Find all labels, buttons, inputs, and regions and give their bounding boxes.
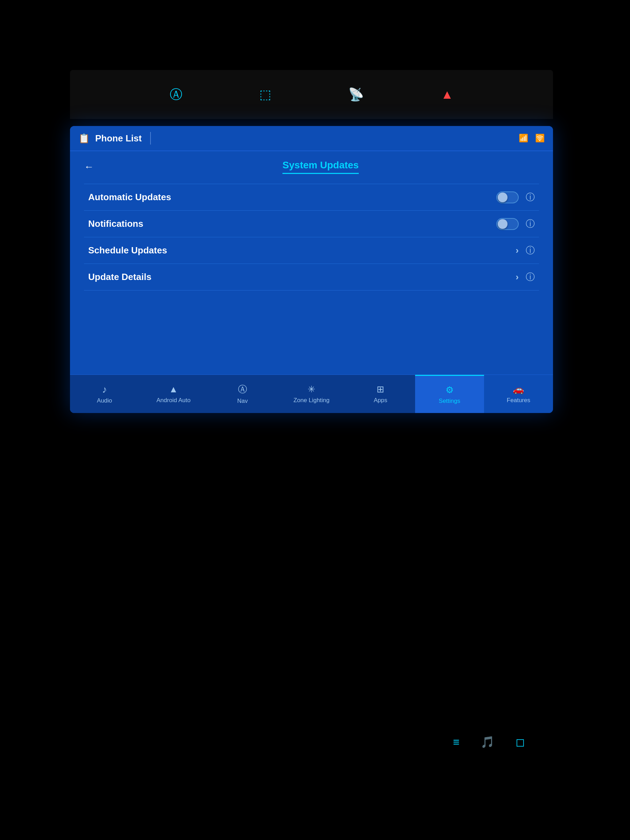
apps-icon: ⊞ xyxy=(377,384,384,395)
android-auto-label: Android Auto xyxy=(156,397,190,404)
infotainment-screen: 📋 Phone List 📶 🛜 ← System Updates xyxy=(70,126,553,413)
notifications-info-icon[interactable]: ⓘ xyxy=(526,218,535,230)
schedule-updates-controls: › ⓘ xyxy=(516,244,535,257)
automatic-updates-label: Automatic Updates xyxy=(88,192,171,203)
nav-map-icon: Ⓐ xyxy=(238,383,247,395)
wifi-icon: 🛜 xyxy=(535,134,545,143)
nav-item-zone-lighting[interactable]: ✳ Zone Lighting xyxy=(277,375,346,413)
nav-item-settings[interactable]: ⚙ Settings xyxy=(415,375,484,413)
update-details-label: Update Details xyxy=(88,272,152,283)
notifications-toggle-knob xyxy=(498,219,507,229)
audio-icon: ♪ xyxy=(102,384,107,395)
content-spacer xyxy=(70,299,553,374)
audio-label: Audio xyxy=(97,397,112,404)
page-title-wrap: System Updates xyxy=(102,159,539,174)
settings-label: Settings xyxy=(439,398,460,404)
signal-strength-icon: 📶 xyxy=(519,134,528,143)
android-auto-icon: ▲ xyxy=(169,384,178,395)
update-details-info-icon[interactable]: ⓘ xyxy=(526,271,535,283)
notifications-controls: ⓘ xyxy=(496,218,535,230)
content-area: ← System Updates Automatic Updates ⓘ xyxy=(70,151,553,299)
notifications-toggle[interactable] xyxy=(496,218,519,230)
notifications-row[interactable]: Notifications ⓘ xyxy=(84,211,539,237)
apps-label: Apps xyxy=(374,397,387,404)
page-header: ← System Updates xyxy=(84,159,539,174)
nav-item-audio[interactable]: ♪ Audio xyxy=(70,375,139,413)
zone-lighting-label: Zone Lighting xyxy=(293,397,329,404)
automatic-updates-info-icon[interactable]: ⓘ xyxy=(526,191,535,203)
update-details-chevron-icon: › xyxy=(516,272,519,283)
nav-item-android-auto[interactable]: ▲ Android Auto xyxy=(139,375,208,413)
bottom-physical-controls: ≡ 🎵 ◻ xyxy=(70,707,553,777)
nav-label: Nav xyxy=(237,398,248,404)
settings-icon: ⚙ xyxy=(445,385,453,395)
update-details-controls: › ⓘ xyxy=(516,271,535,283)
features-icon: 🚗 xyxy=(513,384,524,395)
automatic-updates-controls: ⓘ xyxy=(496,191,535,203)
automatic-updates-row[interactable]: Automatic Updates ⓘ xyxy=(84,184,539,211)
schedule-updates-info-icon[interactable]: ⓘ xyxy=(526,244,535,257)
eq-icon: ≡ xyxy=(453,736,459,748)
music-icon: 🎵 xyxy=(480,735,494,748)
broadcast-icon: 📡 xyxy=(348,87,364,102)
automatic-updates-toggle-knob xyxy=(498,193,507,202)
bottom-navigation: ♪ Audio ▲ Android Auto Ⓐ Nav ✳ Zone Ligh… xyxy=(70,374,553,413)
features-label: Features xyxy=(507,397,530,404)
page-title: System Updates xyxy=(283,159,359,174)
header-divider xyxy=(150,132,151,145)
schedule-updates-label: Schedule Updates xyxy=(88,245,167,256)
screen-header: 📋 Phone List 📶 🛜 xyxy=(70,126,553,151)
header-right: 📶 🛜 xyxy=(519,134,545,143)
physical-controls-bar: Ⓐ ⬚ 📡 ▲ xyxy=(70,70,553,119)
automatic-updates-toggle[interactable] xyxy=(496,191,519,203)
schedule-updates-row[interactable]: Schedule Updates › ⓘ xyxy=(84,237,539,264)
nav-item-nav[interactable]: Ⓐ Nav xyxy=(208,375,277,413)
schedule-updates-chevron-icon: › xyxy=(516,245,519,256)
header-left: 📋 Phone List xyxy=(78,132,151,145)
back-button[interactable]: ← xyxy=(84,161,94,172)
warning-icon: ▲ xyxy=(441,87,453,102)
nav-item-apps[interactable]: ⊞ Apps xyxy=(346,375,415,413)
notifications-label: Notifications xyxy=(88,218,143,229)
nav-item-features[interactable]: 🚗 Features xyxy=(484,375,553,413)
media-control-icon: Ⓐ xyxy=(170,86,182,103)
zone-lighting-icon: ✳ xyxy=(308,384,315,395)
phone-list-icon: 📋 xyxy=(78,133,90,144)
settings-list: Automatic Updates ⓘ Notifications xyxy=(84,184,539,291)
camera-icon: ⬚ xyxy=(259,87,271,102)
screen-mirror-icon: ◻ xyxy=(516,735,525,748)
update-details-row[interactable]: Update Details › ⓘ xyxy=(84,264,539,291)
header-title: Phone List xyxy=(95,133,142,144)
